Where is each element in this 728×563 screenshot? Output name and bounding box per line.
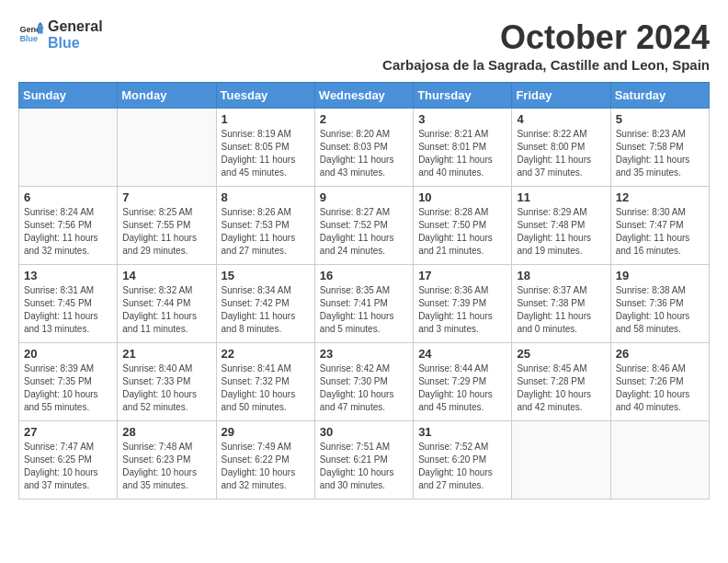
header: General Blue General Blue October 2024 C… [18, 18, 710, 73]
day-number: 15 [222, 269, 310, 282]
day-info: Sunrise: 8:19 AM Sunset: 8:05 PM Dayligh… [222, 128, 310, 179]
calendar-week-row: 20Sunrise: 8:39 AM Sunset: 7:35 PM Dayli… [19, 343, 710, 421]
day-number: 28 [122, 425, 210, 439]
day-of-week-header: Monday [118, 83, 216, 109]
calendar-cell: 1Sunrise: 8:19 AM Sunset: 8:05 PM Daylig… [216, 109, 314, 187]
day-info: Sunrise: 8:42 AM Sunset: 7:30 PM Dayligh… [320, 362, 408, 414]
day-info: Sunrise: 8:36 AM Sunset: 7:39 PM Dayligh… [418, 284, 506, 336]
calendar-cell: 3Sunrise: 8:21 AM Sunset: 8:01 PM Daylig… [414, 109, 512, 187]
calendar-cell: 22Sunrise: 8:41 AM Sunset: 7:32 PM Dayli… [216, 343, 314, 421]
day-number: 21 [122, 347, 210, 361]
calendar-cell: 10Sunrise: 8:28 AM Sunset: 7:50 PM Dayli… [414, 187, 512, 265]
calendar-cell: 9Sunrise: 8:27 AM Sunset: 7:52 PM Daylig… [314, 187, 413, 265]
day-of-week-header: Friday [512, 83, 610, 109]
logo-blue: Blue [48, 35, 103, 52]
calendar-cell: 2Sunrise: 8:20 AM Sunset: 8:03 PM Daylig… [314, 109, 413, 187]
calendar-week-row: 6Sunrise: 8:24 AM Sunset: 7:56 PM Daylig… [19, 187, 710, 265]
calendar-cell: 17Sunrise: 8:36 AM Sunset: 7:39 PM Dayli… [414, 265, 512, 343]
day-number: 4 [517, 112, 605, 126]
calendar-cell: 20Sunrise: 8:39 AM Sunset: 7:35 PM Dayli… [19, 343, 118, 421]
day-number: 27 [24, 425, 112, 439]
day-info: Sunrise: 7:51 AM Sunset: 6:21 PM Dayligh… [320, 441, 408, 492]
calendar-cell: 31Sunrise: 7:52 AM Sunset: 6:20 PM Dayli… [414, 421, 512, 500]
day-number: 11 [517, 190, 605, 204]
day-info: Sunrise: 8:38 AM Sunset: 7:36 PM Dayligh… [616, 284, 704, 336]
day-info: Sunrise: 7:52 AM Sunset: 6:20 PM Dayligh… [418, 441, 506, 492]
day-number: 6 [24, 190, 112, 204]
day-info: Sunrise: 8:23 AM Sunset: 7:58 PM Dayligh… [616, 128, 704, 179]
day-number: 5 [616, 112, 704, 126]
calendar-cell [118, 109, 216, 187]
calendar-cell: 7Sunrise: 8:25 AM Sunset: 7:55 PM Daylig… [118, 187, 216, 265]
day-info: Sunrise: 8:24 AM Sunset: 7:56 PM Dayligh… [24, 206, 112, 258]
calendar-week-row: 13Sunrise: 8:31 AM Sunset: 7:45 PM Dayli… [19, 265, 710, 343]
day-info: Sunrise: 8:26 AM Sunset: 7:53 PM Dayligh… [222, 206, 310, 258]
day-number: 26 [616, 347, 704, 361]
calendar-cell: 26Sunrise: 8:46 AM Sunset: 7:26 PM Dayli… [610, 343, 709, 421]
day-number: 3 [418, 112, 506, 126]
calendar-week-row: 27Sunrise: 7:47 AM Sunset: 6:25 PM Dayli… [19, 421, 710, 500]
day-number: 9 [320, 190, 408, 204]
title-block: October 2024 Carbajosa de la Sagrada, Ca… [382, 18, 710, 73]
day-info: Sunrise: 8:35 AM Sunset: 7:41 PM Dayligh… [320, 284, 408, 336]
calendar-cell: 28Sunrise: 7:48 AM Sunset: 6:23 PM Dayli… [118, 421, 216, 500]
day-number: 14 [122, 269, 210, 282]
day-number: 10 [418, 190, 506, 204]
calendar-cell: 6Sunrise: 8:24 AM Sunset: 7:56 PM Daylig… [19, 187, 118, 265]
calendar-cell [512, 421, 610, 500]
calendar-cell: 16Sunrise: 8:35 AM Sunset: 7:41 PM Dayli… [314, 265, 413, 343]
day-number: 29 [222, 425, 310, 439]
month-title: October 2024 [382, 18, 710, 57]
calendar-header-row: SundayMondayTuesdayWednesdayThursdayFrid… [19, 83, 710, 109]
day-number: 8 [222, 190, 310, 204]
day-info: Sunrise: 8:31 AM Sunset: 7:45 PM Dayligh… [24, 284, 112, 336]
day-info: Sunrise: 8:40 AM Sunset: 7:33 PM Dayligh… [122, 362, 210, 414]
day-info: Sunrise: 8:46 AM Sunset: 7:26 PM Dayligh… [616, 362, 704, 414]
calendar-cell: 21Sunrise: 8:40 AM Sunset: 7:33 PM Dayli… [118, 343, 216, 421]
calendar-cell: 23Sunrise: 8:42 AM Sunset: 7:30 PM Dayli… [314, 343, 413, 421]
day-info: Sunrise: 8:27 AM Sunset: 7:52 PM Dayligh… [320, 206, 408, 258]
day-info: Sunrise: 7:47 AM Sunset: 6:25 PM Dayligh… [24, 441, 112, 492]
day-number: 22 [222, 347, 310, 361]
location-title: Carbajosa de la Sagrada, Castille and Le… [382, 57, 710, 73]
logo-icon: General Blue [18, 22, 44, 48]
day-number: 25 [517, 347, 605, 361]
calendar-cell [19, 109, 118, 187]
day-number: 20 [24, 347, 112, 361]
day-number: 12 [616, 190, 704, 204]
day-number: 16 [320, 269, 408, 282]
day-number: 2 [320, 112, 408, 126]
day-number: 19 [616, 269, 704, 282]
svg-text:Blue: Blue [19, 34, 38, 43]
calendar-cell: 29Sunrise: 7:49 AM Sunset: 6:22 PM Dayli… [216, 421, 314, 500]
day-number: 24 [418, 347, 506, 361]
day-number: 31 [418, 425, 506, 439]
calendar-cell: 27Sunrise: 7:47 AM Sunset: 6:25 PM Dayli… [19, 421, 118, 500]
day-info: Sunrise: 8:21 AM Sunset: 8:01 PM Dayligh… [418, 128, 506, 179]
calendar-cell: 15Sunrise: 8:34 AM Sunset: 7:42 PM Dayli… [216, 265, 314, 343]
day-info: Sunrise: 7:48 AM Sunset: 6:23 PM Dayligh… [122, 441, 210, 492]
calendar-table: SundayMondayTuesdayWednesdayThursdayFrid… [18, 82, 710, 500]
day-number: 30 [320, 425, 408, 439]
calendar-cell: 18Sunrise: 8:37 AM Sunset: 7:38 PM Dayli… [512, 265, 610, 343]
day-info: Sunrise: 8:30 AM Sunset: 7:47 PM Dayligh… [616, 206, 704, 258]
day-info: Sunrise: 8:34 AM Sunset: 7:42 PM Dayligh… [222, 284, 310, 336]
logo: General Blue General Blue [18, 18, 103, 51]
day-of-week-header: Wednesday [314, 83, 413, 109]
day-of-week-header: Thursday [414, 83, 512, 109]
day-info: Sunrise: 8:25 AM Sunset: 7:55 PM Dayligh… [122, 206, 210, 258]
calendar-week-row: 1Sunrise: 8:19 AM Sunset: 8:05 PM Daylig… [19, 109, 710, 187]
day-number: 1 [222, 112, 310, 126]
day-of-week-header: Sunday [19, 83, 118, 109]
day-info: Sunrise: 8:22 AM Sunset: 8:00 PM Dayligh… [517, 128, 605, 179]
calendar-cell: 8Sunrise: 8:26 AM Sunset: 7:53 PM Daylig… [216, 187, 314, 265]
calendar-cell: 30Sunrise: 7:51 AM Sunset: 6:21 PM Dayli… [314, 421, 413, 500]
calendar-cell: 19Sunrise: 8:38 AM Sunset: 7:36 PM Dayli… [610, 265, 709, 343]
calendar-cell: 12Sunrise: 8:30 AM Sunset: 7:47 PM Dayli… [610, 187, 709, 265]
day-of-week-header: Tuesday [216, 83, 314, 109]
day-info: Sunrise: 8:44 AM Sunset: 7:29 PM Dayligh… [418, 362, 506, 414]
day-info: Sunrise: 8:45 AM Sunset: 7:28 PM Dayligh… [517, 362, 605, 414]
day-info: Sunrise: 8:20 AM Sunset: 8:03 PM Dayligh… [320, 128, 408, 179]
day-info: Sunrise: 8:41 AM Sunset: 7:32 PM Dayligh… [222, 362, 310, 414]
day-info: Sunrise: 8:32 AM Sunset: 7:44 PM Dayligh… [122, 284, 210, 336]
